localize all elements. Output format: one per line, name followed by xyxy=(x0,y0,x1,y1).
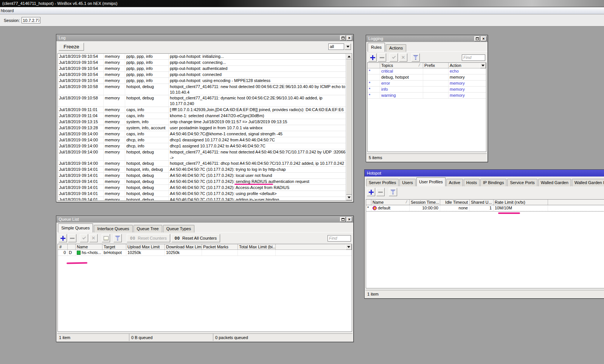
logging-rule-row[interactable]: * warning memory xyxy=(368,93,486,99)
dashboard-tab[interactable]: hboard xyxy=(0,8,14,13)
tab-users[interactable]: Users xyxy=(399,179,416,186)
tab-queue-types[interactable]: Queue Types xyxy=(163,225,194,232)
log-row[interactable]: Jul/18/2019 09:11:01 memory caps, info [… xyxy=(58,107,346,113)
target-column-header[interactable]: Target xyxy=(102,244,126,249)
rule-topics-cell: error xyxy=(380,81,423,86)
tab-hosts[interactable]: Hosts xyxy=(464,179,480,186)
logging-rule-row[interactable]: * info memory xyxy=(368,87,486,93)
add-button[interactable] xyxy=(367,188,375,196)
scrollbar-thumb[interactable] xyxy=(346,59,352,195)
maximize-button[interactable] xyxy=(340,36,346,40)
log-row[interactable]: Jul/18/2019 09:13:28 memory system, info… xyxy=(58,125,346,131)
log-row[interactable]: Jul/18/2019 09:14:00 memory hotspot, deb… xyxy=(58,149,346,161)
column-select-button[interactable] xyxy=(346,244,352,250)
queue-flags-cell: D xyxy=(68,250,76,256)
column-select-button[interactable] xyxy=(480,63,486,68)
minus-icon xyxy=(378,192,383,193)
tab-active[interactable]: Active xyxy=(446,179,463,186)
log-row[interactable]: Jul/18/2019 09:14:00 memory dhcp, info d… xyxy=(58,137,346,143)
session-bar: Session: xyxy=(0,14,604,26)
tab-ip-bindings[interactable]: IP Bindings xyxy=(480,179,506,186)
log-filter-dropdown[interactable]: all xyxy=(328,43,344,50)
log-row[interactable]: Jul/18/2019 09:14:00 memory dhcp, info d… xyxy=(58,143,346,149)
tab-user-profiles[interactable]: User Profiles xyxy=(416,177,446,186)
tab-server-profiles[interactable]: Server Profiles xyxy=(366,179,399,186)
filter-button[interactable] xyxy=(389,188,397,196)
log-row[interactable]: Jul/18/2019 09:10:54 memory pptp, ppp, i… xyxy=(58,60,346,66)
reset-all-counters-button[interactable]: 00 Reset All Counters xyxy=(171,234,220,242)
packet-marks-column-header[interactable]: Packet Marks xyxy=(202,244,238,249)
log-row[interactable]: Jul/18/2019 09:14:01 memory hotspot, deb… xyxy=(58,173,346,179)
log-row[interactable]: Jul/18/2019 09:10:54 memory pptp, ppp, i… xyxy=(58,78,346,84)
tab-rules[interactable]: Rules xyxy=(368,43,385,52)
queue-row[interactable]: 0 D hs-<hots... brHotspot 10250k 10250k xyxy=(58,250,352,256)
logging-rule-row[interactable]: * error memory xyxy=(368,81,486,87)
reset-counters-button[interactable]: 00 Reset Counters xyxy=(127,234,170,242)
log-row[interactable]: Jul/18/2019 09:10:58 memory hotspot, deb… xyxy=(58,95,346,107)
user-profile-row[interactable]: * default 10:00:00 none 1 10M/10M xyxy=(366,205,604,211)
scroll-up-button[interactable] xyxy=(346,54,352,59)
disable-button[interactable]: ✕ xyxy=(89,234,98,242)
filter-button[interactable] xyxy=(411,53,420,62)
log-row[interactable]: Jul/18/2019 09:14:00 memory hotspot, deb… xyxy=(58,161,346,167)
upload-max-limit-column-header[interactable]: Upload Max Limit xyxy=(126,244,165,249)
name-column-header[interactable]: Name xyxy=(371,200,410,205)
disable-button[interactable]: ✕ xyxy=(399,53,407,62)
tab-simple-queues[interactable]: Simple Queues xyxy=(58,223,93,232)
log-row[interactable]: Jul/18/2019 09:14:00 memory caps, info A… xyxy=(58,131,346,137)
log-row[interactable]: Jul/18/2019 09:14:01 memory hotspot, deb… xyxy=(58,179,346,185)
flag-column-header[interactable] xyxy=(68,244,76,249)
enable-button[interactable] xyxy=(390,53,398,62)
log-filter-dropdown-button[interactable] xyxy=(345,43,351,50)
freeze-button[interactable]: Freeze xyxy=(59,43,84,51)
log-row[interactable]: Jul/18/2019 09:14:01 memory hotspot, deb… xyxy=(58,185,346,191)
session-input[interactable] xyxy=(22,17,40,23)
log-row[interactable]: Jul/18/2019 09:14:01 memory hotspot, deb… xyxy=(58,197,346,201)
log-scrollbar[interactable] xyxy=(346,54,352,200)
enable-button[interactable] xyxy=(80,234,88,242)
logging-rule-row[interactable]: debug, hotspot memory xyxy=(368,74,486,81)
tab-service-ports[interactable]: Service Ports xyxy=(507,179,537,186)
name-column-header[interactable]: Name xyxy=(76,244,102,249)
log-row[interactable]: Jul/18/2019 09:14:01 memory hotspot, deb… xyxy=(58,191,346,197)
tab-interface-queues[interactable]: Interface Queues xyxy=(94,225,132,232)
download-max-limit-column-header[interactable]: Download Max Limit xyxy=(165,244,202,249)
rule-action-cell: memory xyxy=(449,74,486,80)
scroll-down-button[interactable] xyxy=(346,195,352,200)
remove-button[interactable] xyxy=(376,188,385,196)
log-topics-cell: dhcp, info xyxy=(125,143,169,149)
add-button[interactable] xyxy=(368,53,377,62)
flag-column-header[interactable] xyxy=(368,63,380,68)
topics-column-header[interactable]: Topics xyxy=(380,63,423,68)
remove-button[interactable] xyxy=(68,234,76,242)
find-input[interactable] xyxy=(328,235,351,242)
log-row[interactable]: Jul/18/2019 09:10:54 memory pptp, ppp, i… xyxy=(58,54,346,60)
filter-button[interactable] xyxy=(113,234,122,242)
flag-column-header[interactable] xyxy=(366,200,371,205)
add-button[interactable] xyxy=(59,234,67,242)
close-button[interactable]: × xyxy=(346,217,352,222)
tab-walled-garden[interactable]: Walled Garden xyxy=(538,179,571,186)
find-input[interactable] xyxy=(462,54,485,61)
log-row[interactable]: Jul/18/2019 09:11:04 memory caps, info k… xyxy=(58,113,346,119)
remove-button[interactable] xyxy=(378,53,386,62)
log-row[interactable]: Jul/18/2019 09:10:54 memory pptp, ppp, i… xyxy=(58,66,346,72)
log-row[interactable]: Jul/18/2019 09:13:15 memory system, info… xyxy=(58,119,346,125)
comment-button[interactable] xyxy=(102,234,110,242)
close-button[interactable]: × xyxy=(346,36,352,40)
log-row[interactable]: Jul/18/2019 09:10:58 memory hotspot, deb… xyxy=(58,84,346,95)
log-row[interactable]: Jul/18/2019 09:14:01 memory hotspot, inf… xyxy=(58,167,346,173)
number-column-header[interactable]: # xyxy=(58,244,68,249)
total-max-limit-column-header[interactable]: Total Max Limit (bi... xyxy=(238,244,276,249)
close-button[interactable]: × xyxy=(481,36,486,41)
maximize-button[interactable] xyxy=(474,36,480,41)
log-row[interactable]: Jul/18/2019 09:10:54 memory pptp, ppp, i… xyxy=(58,72,346,78)
log-time-cell: Jul/18/2019 09:14:00 xyxy=(58,161,104,166)
maximize-button[interactable] xyxy=(340,217,346,222)
tab-walled-garden-ip-list[interactable]: Walled Garden IP List xyxy=(572,179,604,186)
tab-queue-tree[interactable]: Queue Tree xyxy=(134,225,162,232)
empty-column-header xyxy=(276,244,352,249)
tab-actions[interactable]: Actions xyxy=(386,44,406,52)
logging-rule-row[interactable]: * critical echo xyxy=(368,68,486,74)
log-buffer-cell: memory xyxy=(104,149,125,160)
